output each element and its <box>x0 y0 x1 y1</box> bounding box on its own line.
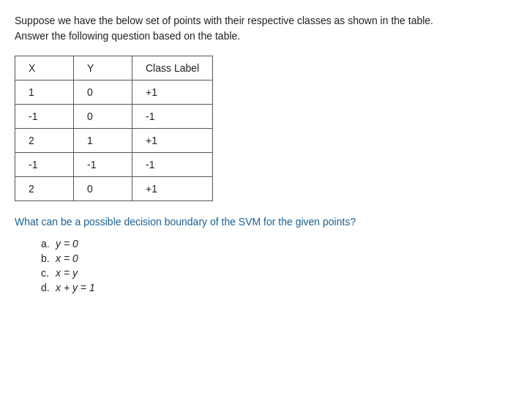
cell-r3-c0: -1 <box>15 153 74 177</box>
header-class-label: Class Label <box>132 56 213 80</box>
table-header-row: X Y Class Label <box>15 56 213 80</box>
cell-r1-c2: -1 <box>132 105 213 129</box>
cell-r0-c2: +1 <box>132 80 213 105</box>
cell-r3-c2: -1 <box>132 153 213 177</box>
list-item: d. x + y = 1 <box>41 282 498 293</box>
cell-r2-c2: +1 <box>132 129 213 153</box>
option-label: b. <box>41 252 56 264</box>
table-row: -10-1 <box>15 105 213 129</box>
list-item: a. y = 0 <box>41 238 498 250</box>
list-item: c. x = y <box>41 267 498 279</box>
cell-r4-c0: 2 <box>15 177 74 201</box>
cell-r1-c1: 0 <box>74 105 132 129</box>
option-text: x + y = 1 <box>56 282 95 293</box>
table-row: 21+1 <box>15 129 213 153</box>
option-label: c. <box>41 267 56 279</box>
cell-r0-c0: 1 <box>15 80 74 105</box>
option-text: y = 0 <box>56 238 78 250</box>
table-row: 10+1 <box>15 80 213 105</box>
intro-line1: Suppose we have the below set of points … <box>15 15 433 26</box>
header-x: X <box>15 56 74 80</box>
option-text: x = 0 <box>56 252 78 264</box>
list-item: b. x = 0 <box>41 252 498 264</box>
cell-r4-c1: 0 <box>74 177 132 201</box>
cell-r2-c1: 1 <box>74 129 132 153</box>
option-label: a. <box>41 238 56 250</box>
table-row: -1-1-1 <box>15 153 213 177</box>
option-text: x = y <box>56 267 78 279</box>
intro-line2: Answer the following question based on t… <box>15 30 240 42</box>
cell-r3-c1: -1 <box>74 153 132 177</box>
option-label: d. <box>41 282 56 293</box>
options-list: a. y = 0b. x = 0c. x = yd. x + y = 1 <box>15 238 498 293</box>
header-y: Y <box>74 56 132 80</box>
question-text: What can be a possible decision boundary… <box>15 216 498 228</box>
cell-r1-c0: -1 <box>15 105 74 129</box>
cell-r0-c1: 0 <box>74 80 132 105</box>
table-row: 20+1 <box>15 177 213 201</box>
data-table: X Y Class Label 10+1-10-121+1-1-1-120+1 <box>15 56 213 201</box>
intro-paragraph: Suppose we have the below set of points … <box>15 13 498 44</box>
cell-r2-c0: 2 <box>15 129 74 153</box>
cell-r4-c2: +1 <box>132 177 213 201</box>
